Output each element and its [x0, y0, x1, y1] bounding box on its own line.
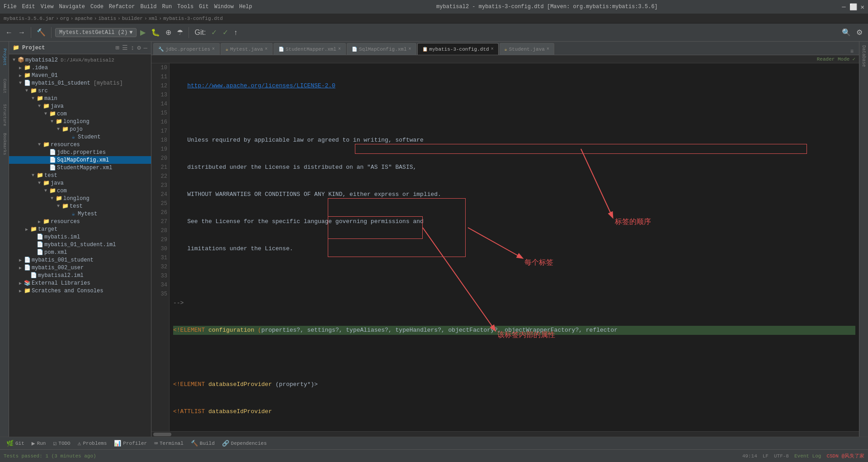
- breadcrumb-org[interactable]: org: [60, 16, 69, 21]
- sidebar-structure-icon[interactable]: Structure: [1, 101, 8, 129]
- tree-mytest[interactable]: ☕ Mytest: [9, 210, 151, 218]
- profile-button[interactable]: ⊕: [164, 27, 173, 38]
- tree-java-main[interactable]: ▼ 📁 java: [9, 102, 151, 110]
- breadcrumb-jar[interactable]: mybatis-3.5.6.jar: [4, 16, 54, 21]
- tree-maven01[interactable]: ▶ 📁 Maven_01: [9, 71, 151, 79]
- git-bottom-btn[interactable]: 🌿 Git: [4, 439, 27, 448]
- tree-test[interactable]: ▼ 📁 test: [9, 171, 151, 179]
- project-tree[interactable]: ▼ 📦 mybatisal2 D:/JAVA/mybatisal2 ▶ 📁 .i…: [9, 54, 151, 437]
- tree-mybatis01-iml[interactable]: 📄 mybatis_01_student.iml: [9, 241, 151, 248]
- panel-sort-btn[interactable]: ↕: [131, 44, 134, 52]
- tree-studentmapper[interactable]: 📄 StudentMapper.xml: [9, 164, 151, 171]
- right-sidebar-database[interactable]: Database: [861, 43, 866, 69]
- menu-tools[interactable]: Tools: [177, 4, 193, 10]
- tree-jdbc-properties[interactable]: 📄 jdbc.properties: [9, 148, 151, 156]
- menu-window[interactable]: Window: [214, 4, 234, 10]
- breadcrumb-file[interactable]: mybatis-3-config.dtd: [163, 16, 223, 21]
- tree-mybatis01[interactable]: ▼ 📄 mybatis_01_student [mybatis]: [9, 79, 151, 87]
- tab-student-java[interactable]: ☕ Student.java ×: [500, 43, 554, 55]
- close-tab-dtd[interactable]: ×: [491, 47, 494, 52]
- breadcrumb-apache[interactable]: apache: [75, 16, 93, 21]
- menu-run[interactable]: Run: [162, 4, 172, 10]
- run-button[interactable]: ▶: [138, 27, 147, 38]
- menu-refactor[interactable]: Refactor: [109, 4, 135, 10]
- close-tab-mytest[interactable]: ×: [265, 47, 268, 52]
- breadcrumb-builder[interactable]: builder: [122, 16, 143, 21]
- tree-resources-main[interactable]: ▼ 📁 resources: [9, 141, 151, 148]
- git-update-button[interactable]: ✓: [209, 27, 219, 38]
- tree-pom-xml[interactable]: 📄 pom.xml: [9, 248, 151, 256]
- tree-mybatis-iml[interactable]: 📄 mybatis.iml: [9, 233, 151, 241]
- menu-navigate[interactable]: Navigate: [59, 4, 85, 10]
- tab-mytest[interactable]: ☕ Mytest.java ×: [221, 43, 273, 55]
- problems-bottom-btn[interactable]: ⚠ Problems: [75, 439, 110, 448]
- tree-mybatisal2-iml[interactable]: 📄 mybatisal2.iml: [9, 271, 151, 279]
- profiler-bottom-btn[interactable]: 📊 Profiler: [111, 439, 150, 448]
- panel-collapse-btn[interactable]: ☰: [122, 44, 128, 52]
- license-url[interactable]: http://www.apache.org/licenses/LICENSE-2…: [187, 82, 335, 89]
- status-position[interactable]: 49:14: [742, 453, 757, 459]
- tree-scratches[interactable]: ▶ 📁 Scratches and Consoles: [9, 287, 151, 295]
- toolbar-back-button[interactable]: ←: [4, 28, 14, 38]
- menu-build[interactable]: Build: [140, 4, 156, 10]
- menu-edit[interactable]: Edit: [22, 4, 35, 10]
- tab-dtd[interactable]: 📋 mybatis-3-config.dtd ×: [417, 43, 499, 55]
- git-push-button[interactable]: ✓: [221, 27, 230, 38]
- menu-git[interactable]: Git: [199, 4, 209, 10]
- toolbar-forward-button[interactable]: →: [16, 28, 27, 38]
- close-tab-studentmapper[interactable]: ×: [338, 47, 341, 52]
- tree-com[interactable]: ▼ 📁 com: [9, 110, 151, 118]
- menu-bar[interactable]: File Edit View Navigate Code Refactor Bu…: [4, 4, 252, 10]
- panel-settings-btn[interactable]: ⚙: [137, 44, 141, 52]
- scroll-thumb[interactable]: [153, 433, 171, 436]
- menu-help[interactable]: Help: [239, 4, 252, 10]
- tree-pojo[interactable]: ▼ 📁 pojo: [9, 125, 151, 133]
- tree-sqlmapconfig[interactable]: 📄 SqlMapConfig.xml: [9, 156, 151, 164]
- run-config-selector[interactable]: Mytest.testGetAll (2) ▼: [55, 28, 137, 37]
- panel-expand-btn[interactable]: ⊞: [115, 44, 119, 52]
- tree-src[interactable]: ▼ 📁 src: [9, 87, 151, 95]
- breadcrumb-ibatis[interactable]: ibatis: [98, 16, 116, 21]
- window-controls[interactable]: — ⬜ ✕: [842, 3, 864, 11]
- tree-idea[interactable]: ▶ 📁 .idea: [9, 64, 151, 71]
- search-button[interactable]: 🔍: [840, 27, 853, 38]
- settings-button[interactable]: ⚙: [854, 27, 864, 38]
- minimize-button[interactable]: —: [842, 3, 845, 11]
- terminal-bottom-btn[interactable]: ⌨ Terminal: [151, 439, 186, 448]
- dependencies-bottom-btn[interactable]: 🔗 Dependencies: [219, 439, 269, 448]
- git-branch-button[interactable]: ↑: [232, 28, 239, 38]
- sidebar-commit-icon[interactable]: Commit: [1, 72, 8, 100]
- maximize-button[interactable]: ⬜: [849, 3, 857, 11]
- close-tab-sqlmap[interactable]: ×: [409, 47, 411, 52]
- reader-mode-label[interactable]: Reader Mode: [817, 57, 850, 62]
- tree-longlong[interactable]: ▼ 📁 longlong: [9, 118, 151, 125]
- tree-mybatis002[interactable]: ▶ 📄 mybatis_002_user: [9, 264, 151, 271]
- close-button[interactable]: ✕: [861, 3, 864, 11]
- menu-code[interactable]: Code: [90, 4, 104, 10]
- git-button[interactable]: Git:: [193, 28, 208, 38]
- close-tab-jdbc[interactable]: ×: [212, 47, 215, 52]
- toolbar-build-button[interactable]: 🔨: [35, 27, 47, 38]
- tree-external-libraries[interactable]: ▶ 📚 External Libraries: [9, 279, 151, 287]
- status-line-ending[interactable]: LF: [763, 453, 769, 459]
- tree-java-test[interactable]: ▼ 📁 java: [9, 179, 151, 187]
- todo-bottom-btn[interactable]: ☑ TODO: [50, 439, 73, 448]
- menu-view[interactable]: View: [41, 4, 54, 10]
- tab-studentmapper[interactable]: 📄 StudentMapper.xml ×: [274, 43, 346, 55]
- tab-jdbc[interactable]: 🔧 jdbc.properties ×: [153, 43, 220, 55]
- build-bottom-btn[interactable]: 🔨 Build: [188, 439, 217, 448]
- code-area[interactable]: 10 11 12 13 14 15 16 17 18 19 20 21 22 2…: [151, 63, 859, 431]
- menu-file[interactable]: File: [4, 4, 17, 10]
- breadcrumb-xml[interactable]: xml: [149, 16, 158, 21]
- tab-overflow-btn[interactable]: ≡: [850, 48, 854, 55]
- status-event-log[interactable]: Event Log: [794, 453, 821, 459]
- tree-com-test[interactable]: ▼ 📁 com: [9, 187, 151, 195]
- coverage-button[interactable]: ☂: [175, 27, 185, 38]
- debug-button[interactable]: 🐛: [149, 27, 162, 38]
- tree-test-folder[interactable]: ▼ 📁 test: [9, 202, 151, 210]
- sidebar-project-icon[interactable]: Project: [1, 43, 8, 71]
- horizontal-scrollbar[interactable]: [151, 431, 859, 437]
- tree-main[interactable]: ▼ 📁 main: [9, 95, 151, 102]
- close-tab-student-java[interactable]: ×: [547, 47, 549, 52]
- run-bottom-btn[interactable]: ▶ Run: [29, 439, 49, 448]
